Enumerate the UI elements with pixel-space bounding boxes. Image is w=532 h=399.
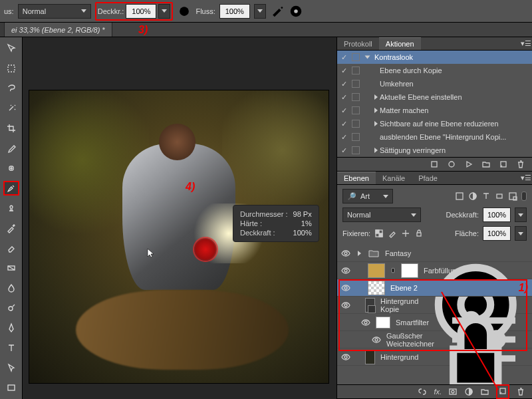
layer-row-ebene2[interactable]: Ebene 2 1) xyxy=(337,279,532,297)
pressure-size-icon[interactable] xyxy=(289,4,303,19)
shape-tool[interactable] xyxy=(3,380,19,395)
layer-row-bg[interactable]: Hintergrund xyxy=(337,348,532,366)
fill-stepper[interactable] xyxy=(515,226,527,241)
svg-point-22 xyxy=(344,304,347,307)
airbrush-icon[interactable] xyxy=(270,4,285,19)
lock-pixels-icon[interactable] xyxy=(388,229,397,238)
action-row[interactable]: Umkehren xyxy=(337,77,532,90)
svg-point-21 xyxy=(344,287,347,289)
stamp-tool[interactable] xyxy=(3,201,19,215)
filter-adjust-icon[interactable] xyxy=(468,192,477,201)
svg-rect-14 xyxy=(497,194,502,198)
filter-type-icon[interactable] xyxy=(481,192,491,201)
lock-transparent-icon[interactable] xyxy=(374,229,384,238)
layer-filter-dropdown[interactable]: 🔎Art xyxy=(342,189,393,203)
new-layer-icon[interactable] xyxy=(498,386,507,396)
action-row[interactable]: Sättigung verringern xyxy=(337,144,532,157)
eraser-tool[interactable] xyxy=(3,241,19,255)
visibility-icon[interactable] xyxy=(341,283,350,293)
blur-tool[interactable] xyxy=(3,281,19,295)
fill-input[interactable]: 100% xyxy=(483,226,511,241)
panel-menu-icon[interactable]: ▾☰ xyxy=(520,172,532,184)
tab-protokoll[interactable]: Protokoll xyxy=(337,37,379,50)
flow-label: Fluss: xyxy=(196,7,215,15)
trash-icon[interactable] xyxy=(516,387,525,396)
blend-mode-dropdown[interactable]: Normal xyxy=(18,4,91,19)
svg-rect-31 xyxy=(454,349,498,384)
opacity-stepper[interactable] xyxy=(158,4,170,19)
dodge-tool[interactable] xyxy=(3,301,19,315)
filter-toggle[interactable] xyxy=(521,192,527,201)
trash-icon[interactable] xyxy=(516,160,525,169)
history-brush-tool[interactable] xyxy=(3,221,19,235)
folder-icon xyxy=(368,249,380,258)
tab-aktionen[interactable]: Aktionen xyxy=(379,37,421,50)
flow-input[interactable]: 100% xyxy=(219,4,250,19)
adjustment-icon[interactable] xyxy=(464,387,473,396)
action-row[interactable]: Aktuelle Ebene einstellen xyxy=(337,90,532,104)
layer-options: 🔎Art Normal Deckkraft: 100% Fixieren: xyxy=(337,185,532,245)
pressure-opacity-icon[interactable] xyxy=(177,4,192,19)
gradient-tool[interactable] xyxy=(3,261,19,275)
pen-tool[interactable] xyxy=(3,321,19,335)
group-icon[interactable] xyxy=(480,387,489,396)
tab-ebenen[interactable]: Ebenen xyxy=(337,172,376,184)
visibility-icon[interactable] xyxy=(341,249,350,258)
panel-menu-icon[interactable]: ▾☰ xyxy=(520,37,532,50)
layer-opacity-input[interactable]: 100% xyxy=(483,207,511,222)
stop-icon[interactable] xyxy=(430,160,439,169)
visibility-icon[interactable] xyxy=(361,318,370,327)
action-row[interactable]: Ebene durch Kopie xyxy=(337,64,532,77)
flow-stepper[interactable] xyxy=(254,4,266,19)
new-set-icon[interactable] xyxy=(481,160,491,169)
lock-position-icon[interactable] xyxy=(401,229,410,238)
action-row[interactable]: Sichtbare auf eine Ebene reduzieren xyxy=(337,117,532,130)
svg-rect-18 xyxy=(417,233,421,236)
svg-rect-8 xyxy=(8,385,15,390)
layer-thumb xyxy=(368,281,385,295)
visibility-icon[interactable] xyxy=(341,301,350,310)
svg-rect-12 xyxy=(456,193,463,200)
brush-tool[interactable] xyxy=(3,181,19,196)
visibility-icon[interactable] xyxy=(341,266,350,275)
action-row[interactable]: Kontraslook xyxy=(337,51,532,64)
mask-icon[interactable] xyxy=(448,387,458,396)
svg-point-25 xyxy=(364,321,367,324)
annotation-1: 1) xyxy=(519,282,528,294)
document-tab[interactable]: ei 33,3% (Ebene 2, RGB/8) * xyxy=(5,23,112,37)
tab-pfade[interactable]: Pfade xyxy=(412,172,444,184)
filter-shape-icon[interactable] xyxy=(495,192,504,201)
lasso-tool[interactable] xyxy=(3,81,19,96)
crop-tool[interactable] xyxy=(3,121,19,136)
collapse-handle[interactable] xyxy=(0,23,5,37)
filter-pixel-icon[interactable] xyxy=(455,192,464,201)
link-layers-icon[interactable] xyxy=(418,387,427,396)
layer-thumb xyxy=(368,263,385,278)
type-tool[interactable] xyxy=(3,340,19,355)
lock-all-icon[interactable] xyxy=(414,229,424,238)
new-layer-highlight xyxy=(496,384,509,399)
opacity-input[interactable]: 100% xyxy=(126,4,156,19)
eyedropper-tool[interactable] xyxy=(3,141,19,156)
filter-smart-icon[interactable] xyxy=(508,192,517,201)
cursor-icon xyxy=(146,247,157,259)
visibility-icon[interactable] xyxy=(372,335,381,344)
record-icon[interactable] xyxy=(447,160,456,169)
blend-mode-value: Normal xyxy=(23,7,46,15)
move-tool[interactable] xyxy=(3,41,19,56)
layer-opacity-stepper[interactable] xyxy=(515,207,527,222)
action-row[interactable]: ausblenden Ebene "Hintergrund Kopi... xyxy=(337,130,532,144)
new-action-icon[interactable] xyxy=(499,160,508,169)
canvas[interactable]: Durchmesser :98 Px Härte :1% Deckkraft :… xyxy=(23,37,336,399)
play-icon[interactable] xyxy=(464,160,473,169)
path-select-tool[interactable] xyxy=(3,360,19,375)
marquee-tool[interactable] xyxy=(3,61,19,76)
svg-point-0 xyxy=(180,7,190,16)
fx-icon[interactable]: fx. xyxy=(434,388,442,396)
action-row[interactable]: Matter machen xyxy=(337,104,532,117)
wand-tool[interactable] xyxy=(3,101,19,116)
visibility-icon[interactable] xyxy=(341,352,350,362)
layer-blend-dropdown[interactable]: Normal xyxy=(342,207,421,222)
tab-kanaele[interactable]: Kanäle xyxy=(376,172,412,184)
healing-tool[interactable] xyxy=(3,161,19,176)
